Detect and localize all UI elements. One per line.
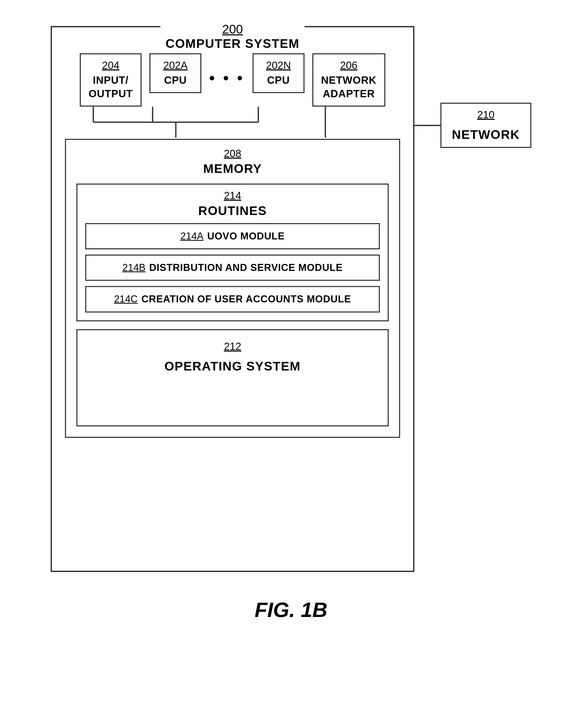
io-box: 204 INPUT/ OUTPUT bbox=[80, 53, 142, 107]
cpu-a-number: 202A bbox=[158, 59, 193, 71]
io-number: 204 bbox=[89, 59, 133, 71]
module-c-label: CREATION OF USER ACCOUNTS MODULE bbox=[141, 293, 351, 305]
routines-box: 214 ROUTINES 214A UOVO MODULE 214B DISTR… bbox=[76, 184, 389, 321]
routines-label: ROUTINES bbox=[198, 204, 267, 217]
module-b-box: 214B DISTRIBUTION AND SERVICE MODULE bbox=[85, 255, 380, 281]
module-b-label: DISTRIBUTION AND SERVICE MODULE bbox=[149, 262, 343, 273]
module-a-box: 214A UOVO MODULE bbox=[85, 223, 380, 249]
module-c-box: 214C CREATION OF USER ACCOUNTS MODULE bbox=[85, 286, 380, 312]
top-section: 204 INPUT/ OUTPUT 202A CPU • • • bbox=[65, 38, 400, 139]
cpu-a-label: CPU bbox=[164, 74, 187, 86]
network-label: NETWORK bbox=[452, 128, 520, 141]
os-number: 212 bbox=[85, 341, 380, 352]
right-section: 210 NETWORK bbox=[414, 26, 531, 148]
routines-title: 214 ROUTINES bbox=[85, 190, 380, 218]
cpu-n-number: 202N bbox=[261, 59, 296, 71]
module-b-number: 214B bbox=[122, 262, 145, 273]
memory-number: 208 bbox=[76, 148, 389, 159]
cpu-n-box: 202N CPU bbox=[253, 53, 305, 93]
cpu-n-label: CPU bbox=[267, 74, 290, 86]
network-number: 210 bbox=[452, 109, 520, 121]
network-connector-row: 210 NETWORK bbox=[414, 103, 531, 148]
computer-system-box: 200 COMPUTER SYSTEM 204 INPUT/ OUTPUT bbox=[51, 26, 414, 572]
h-connector-line bbox=[414, 125, 440, 126]
os-box: 212 OPERATING SYSTEM bbox=[76, 329, 389, 426]
top-components: 204 INPUT/ OUTPUT 202A CPU • • • bbox=[65, 53, 400, 107]
dots-separator: • • • bbox=[209, 53, 245, 87]
module-a-number: 214A bbox=[180, 231, 203, 241]
module-a-label: UOVO MODULE bbox=[207, 231, 285, 241]
cpu-a-box: 202A CPU bbox=[149, 53, 201, 93]
na-label: NETWORK ADAPTER bbox=[321, 74, 377, 99]
cs-number: 200 bbox=[166, 22, 299, 36]
memory-box: 208 MEMORY 214 ROUTINES 214A UOVO MODULE bbox=[65, 139, 400, 438]
na-number: 206 bbox=[321, 59, 377, 71]
network-adapter-box: 206 NETWORK ADAPTER bbox=[312, 53, 386, 107]
io-label: INPUT/ OUTPUT bbox=[89, 74, 133, 99]
diagram-area: 200 COMPUTER SYSTEM 204 INPUT/ OUTPUT bbox=[16, 26, 566, 572]
connection-lines-svg bbox=[65, 107, 400, 138]
network-box: 210 NETWORK bbox=[440, 103, 531, 148]
memory-title: 208 MEMORY bbox=[76, 148, 389, 176]
module-c-number: 214C bbox=[114, 293, 138, 305]
page-container: 200 COMPUTER SYSTEM 204 INPUT/ OUTPUT bbox=[16, 16, 566, 712]
memory-label: MEMORY bbox=[203, 162, 262, 176]
routines-number: 214 bbox=[85, 190, 380, 202]
figure-label: FIG. 1B bbox=[255, 598, 327, 622]
os-label: OPERATING SYSTEM bbox=[164, 359, 301, 373]
